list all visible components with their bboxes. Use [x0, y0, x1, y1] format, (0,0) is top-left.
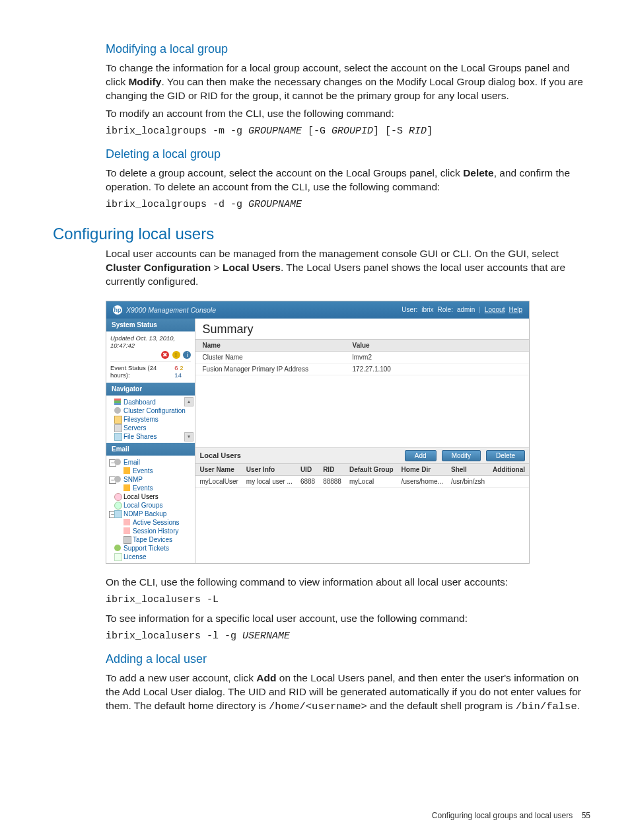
- cell: my local user ...: [242, 475, 297, 487]
- error-icon: ✖: [161, 351, 169, 359]
- console-titlebar: hp X9000 Management Console User: ibrix …: [106, 301, 529, 319]
- nav-label: Servers: [123, 424, 146, 432]
- info-icon: i: [183, 351, 191, 359]
- cell: 172.27.1.100: [346, 363, 529, 375]
- heading-modifying-local-group: Modifying a local group: [106, 42, 590, 56]
- session-icon: [123, 519, 130, 525]
- tree-email[interactable]: −Email: [109, 458, 195, 467]
- role-label: Role:: [438, 306, 453, 313]
- table-row: Fusion Manager Primary IP Address 172.27…: [195, 363, 529, 375]
- email-header: Email: [106, 443, 195, 456]
- body-text: To add a new user account, click Add on …: [106, 671, 590, 714]
- page-footer: Configuring local groups and local users…: [432, 811, 590, 820]
- chart-icon: [114, 399, 121, 405]
- tree-license[interactable]: License: [109, 553, 195, 561]
- tree-ndmp-backup[interactable]: −NDMP Backup: [109, 510, 195, 518]
- gear-icon: [114, 459, 121, 465]
- tree-email-events[interactable]: Events: [109, 467, 195, 475]
- hp-logo-icon: hp: [113, 305, 122, 315]
- body-text: To change the information for a local gr…: [106, 61, 590, 103]
- body-text: On the CLI, use the following command to…: [106, 576, 590, 590]
- code: ibrix_localgroups -m -g: [106, 126, 248, 137]
- body-text: Local user accounts can be managed from …: [106, 247, 590, 289]
- cell: Fusion Manager Primary IP Address: [195, 363, 345, 375]
- separator: |: [479, 306, 481, 313]
- table-row: Cluster Name lmvm2: [195, 351, 529, 363]
- navigator-list: Dashboard Cluster Configuration Filesyst…: [106, 396, 195, 443]
- col-shell: Shell: [447, 464, 489, 476]
- tree-label: NDMP Backup: [123, 510, 166, 517]
- summary-table: Name Value Cluster Name lmvm2 Fusion Man…: [195, 339, 529, 375]
- code-block: ibrix_localgroups -m -g GROUPNAME [-G GR…: [106, 125, 590, 138]
- code: ] [-S: [373, 126, 409, 137]
- footer-text: Configuring local groups and local users: [432, 811, 573, 820]
- nav-filesystems[interactable]: Filesystems: [109, 415, 195, 424]
- code-em: GROUPNAME: [248, 199, 302, 210]
- local-users-panel-bar: Local Users Add Modify Delete: [195, 447, 529, 464]
- tree-support-tickets[interactable]: Support Tickets: [109, 544, 195, 553]
- scroll-down-icon[interactable]: ▾: [184, 432, 193, 441]
- tree-snmp-events[interactable]: Events: [109, 484, 195, 492]
- text: >: [211, 262, 223, 273]
- tree-tape-devices[interactable]: Tape Devices: [109, 535, 195, 544]
- code-em: RID: [409, 126, 427, 137]
- col-additional: Additional: [489, 464, 529, 476]
- nav-dashboard[interactable]: Dashboard: [109, 398, 195, 406]
- code-em: GROUPID: [332, 126, 373, 137]
- page-number: 55: [582, 811, 590, 820]
- text: .: [577, 700, 580, 711]
- cell: [489, 475, 529, 487]
- backup-icon: [114, 510, 122, 518]
- body-text: To modify an account from the CLI, use t…: [106, 107, 590, 121]
- config-tree: −Email Events −SNMP Events Local Users L…: [106, 456, 195, 563]
- ticket-icon: [114, 545, 121, 551]
- navigator-header: Navigator: [106, 383, 195, 396]
- tree-label: SNMP: [123, 476, 143, 483]
- tree-label: Events: [133, 484, 153, 492]
- cell: /usr/bin/zsh: [447, 475, 489, 487]
- tree-local-users[interactable]: Local Users: [109, 492, 195, 501]
- help-link[interactable]: Help: [508, 306, 522, 313]
- code: ibrix_localgroups -d -g: [106, 199, 248, 210]
- event-status-label: Event Status (24 hours):: [110, 364, 174, 379]
- cell: lmvm2: [346, 351, 529, 363]
- user-value: ibrix: [421, 306, 433, 313]
- code: ]: [427, 126, 433, 137]
- col-default-group: Default Group: [345, 464, 398, 476]
- license-icon: [114, 553, 122, 561]
- add-button[interactable]: Add: [405, 450, 437, 461]
- code-block: ibrix_localusers -L: [106, 593, 590, 607]
- tree-active-sessions[interactable]: Active Sessions: [109, 518, 195, 527]
- text-bold: Delete: [463, 167, 494, 178]
- nav-file-shares[interactable]: File Shares: [109, 432, 195, 441]
- code-block: ibrix_localusers -l -g USERNAME: [106, 630, 590, 643]
- gear-icon: [114, 476, 121, 482]
- body-text: To see information for a specific local …: [106, 612, 590, 626]
- tree-local-groups[interactable]: Local Groups: [109, 501, 195, 510]
- warnings-count: 2: [180, 364, 183, 371]
- nav-servers[interactable]: Servers: [109, 424, 195, 432]
- logout-link[interactable]: Logout: [485, 306, 505, 313]
- tree-label: Events: [133, 467, 153, 475]
- table-row[interactable]: myLocalUser my local user ... 6888 88888…: [195, 475, 529, 487]
- body-text: To delete a group account, select the ac…: [106, 167, 590, 194]
- code-em: GROUPNAME: [248, 126, 302, 137]
- user-icon: [114, 493, 122, 501]
- heading-deleting-local-group: Deleting a local group: [106, 147, 590, 161]
- cell: myLocal: [345, 475, 398, 487]
- panel-title: Local Users: [199, 451, 240, 459]
- summary-col-name: Name: [195, 339, 345, 351]
- delete-button[interactable]: Delete: [486, 450, 525, 461]
- nav-cluster-configuration[interactable]: Cluster Configuration: [109, 406, 195, 415]
- folder-icon: [114, 416, 122, 424]
- nav-label: Filesystems: [123, 416, 158, 423]
- modify-button[interactable]: Modify: [442, 450, 481, 461]
- col-uid: UID: [297, 464, 319, 476]
- errors-count: 6: [174, 364, 178, 371]
- tree-label: Active Sessions: [133, 519, 180, 526]
- share-icon: [114, 433, 122, 441]
- tree-snmp[interactable]: −SNMP: [109, 475, 195, 484]
- status-timestamp: Updated Oct. 13, 2010, 10:47:42: [110, 334, 191, 349]
- tree-session-history[interactable]: Session History: [109, 527, 195, 535]
- tree-label: Support Tickets: [123, 545, 169, 552]
